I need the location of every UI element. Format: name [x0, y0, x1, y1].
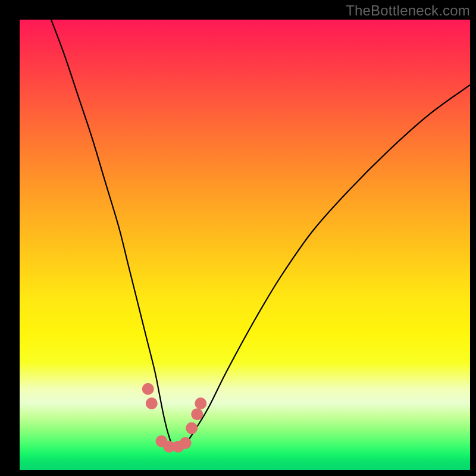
- watermark-text: TheBottleneck.com: [346, 2, 470, 19]
- marker-point: [186, 422, 198, 434]
- chart-frame: TheBottleneck.com: [0, 0, 476, 476]
- plot-area: [20, 20, 470, 470]
- marker-point: [180, 437, 192, 449]
- marker-point: [195, 397, 206, 409]
- marker-point: [142, 383, 154, 395]
- chart-svg: [20, 20, 470, 470]
- bottleneck-curve: [51, 20, 470, 447]
- marker-group: [142, 383, 207, 453]
- marker-point: [191, 408, 203, 420]
- marker-point: [146, 397, 158, 409]
